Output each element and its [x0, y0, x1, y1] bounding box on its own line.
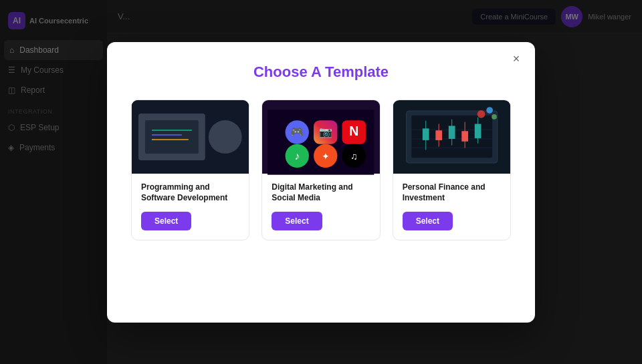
svg-text:N: N — [350, 124, 359, 138]
svg-rect-3 — [165, 148, 217, 173]
svg-rect-37 — [474, 124, 481, 138]
svg-text:✦: ✦ — [322, 150, 330, 161]
svg-rect-33 — [448, 126, 455, 138]
select-button-personal-finance[interactable]: Select — [403, 212, 453, 230]
svg-rect-0 — [132, 101, 249, 172]
template-card-body-programming: Programming and Software Development Sel… — [132, 174, 249, 240]
template-card-digital-marketing: 🎮 📷 N — [261, 100, 380, 241]
template-card-body-personal-finance: Personal Finance and Investment Select — [393, 174, 510, 240]
template-card-programming: Programming and Software Development Sel… — [131, 100, 249, 241]
svg-rect-2 — [174, 140, 207, 162]
svg-text:♪: ♪ — [295, 150, 300, 161]
template-image-programming — [132, 100, 249, 174]
svg-text:🎮: 🎮 — [291, 126, 304, 138]
template-card-title-programming: Programming and Software Development — [141, 182, 239, 204]
modal-overlay: × Choose A Template — [0, 0, 642, 364]
select-button-digital-marketing[interactable]: Select — [272, 212, 322, 230]
template-card-personal-finance: Personal Finance and Investment Select — [393, 100, 511, 241]
svg-rect-29 — [422, 128, 429, 140]
select-button-programming[interactable]: Select — [141, 212, 191, 230]
modal-title: Choose A Template — [131, 63, 511, 81]
template-image-digital-marketing: 🎮 📷 N — [262, 100, 379, 174]
svg-point-39 — [486, 107, 493, 114]
modal-close-button[interactable]: × — [508, 51, 524, 67]
choose-template-modal: × Choose A Template — [107, 42, 535, 323]
template-card-body-digital-marketing: Digital Marketing and Social Media Selec… — [262, 174, 379, 240]
svg-point-1 — [179, 115, 202, 141]
svg-rect-35 — [461, 131, 468, 142]
svg-point-38 — [477, 110, 485, 118]
svg-text:📷: 📷 — [319, 126, 332, 138]
template-card-title-digital-marketing: Digital Marketing and Social Media — [272, 182, 370, 204]
template-image-personal-finance — [393, 100, 510, 174]
template-grid: Programming and Software Development Sel… — [131, 100, 511, 241]
template-card-title-personal-finance: Personal Finance and Investment — [403, 182, 501, 204]
svg-rect-31 — [435, 130, 442, 140]
svg-rect-4 — [168, 150, 213, 174]
svg-point-40 — [492, 114, 497, 119]
svg-text:♫: ♫ — [350, 150, 358, 161]
